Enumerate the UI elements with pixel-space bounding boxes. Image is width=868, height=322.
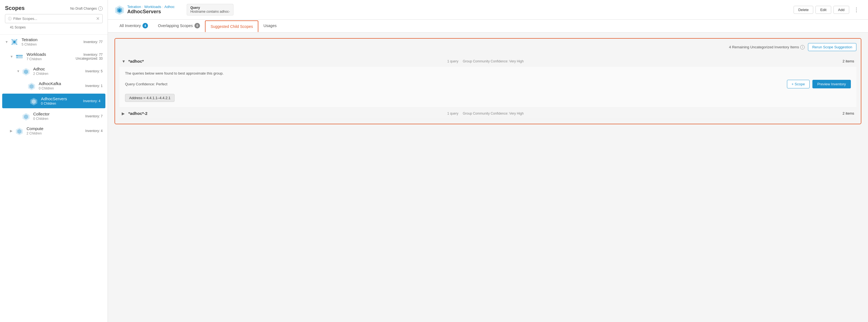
overlapping-scopes-badge: 0: [194, 23, 200, 29]
svg-rect-2: [13, 41, 15, 43]
chevron-down-icon[interactable]: ▼: [17, 69, 22, 73]
tetration-info: Tetration 5 Children: [22, 37, 84, 46]
scope-list: ▼ Tetration 5 Children Inventory: 77: [0, 35, 107, 322]
draft-notice: No Draft Changes i: [70, 6, 103, 11]
svg-point-10: [17, 57, 18, 58]
expand-icon[interactable]: ▶: [122, 111, 128, 116]
scope-search-input[interactable]: [13, 16, 96, 21]
adhoc-info: Adhoc 2 Children: [33, 67, 85, 76]
draft-info-icon[interactable]: i: [98, 6, 103, 11]
scope-icon-adhocservers: [29, 97, 38, 106]
adhockafka-inventory: Inventory: 1: [85, 84, 103, 88]
compute-info: Compute 2 Children: [27, 126, 85, 135]
svg-marker-12: [24, 70, 28, 74]
suggestion-meta-adhoc-star-2: 1 query Group Community Confidence: Very…: [447, 112, 524, 115]
breadcrumb-workloads[interactable]: Workloads: [145, 5, 161, 9]
search-bar: ⓘ ✕: [5, 14, 103, 23]
confidence-row: Query Confidence: Perfect + Scope Previe…: [125, 80, 851, 88]
remaining-items-text: 4 Remaining Uncategorized Inventory Item…: [729, 45, 805, 49]
rerun-scope-suggestion-button[interactable]: Rerun Scope Suggestion: [808, 43, 857, 51]
tab-overlapping-scopes[interactable]: Overlapping Scopes 0: [153, 20, 205, 32]
tetration-inventory: Inventory: 77: [84, 40, 103, 44]
chevron-down-icon[interactable]: ▼: [10, 55, 15, 59]
suggestion-name-adhoc-star-2: *adhoc*-2: [128, 111, 447, 116]
delete-button[interactable]: Delete: [794, 6, 813, 14]
items-count-adhoc-star-2: 2 items: [842, 111, 854, 115]
collector-children: 0 Children: [33, 117, 85, 121]
add-button[interactable]: Add: [833, 6, 849, 14]
chevron-down-icon[interactable]: ▼: [5, 40, 10, 44]
workloads-inventory: Inventory: 77 Uncategorized: 33: [76, 53, 103, 61]
scope-icon-collector: [22, 112, 30, 121]
sidebar-header: Scopes No Draft Changes i ⓘ ✕ 41 Scopes: [0, 0, 107, 35]
query-description: The queries below were found to best app…: [125, 71, 851, 75]
main-area: Tetration : Workloads : Adhoc AdhocServe…: [108, 0, 868, 322]
remaining-info-icon[interactable]: i: [800, 45, 805, 49]
suggestion-header: 4 Remaining Uncategorized Inventory Item…: [120, 43, 857, 51]
svg-marker-18: [24, 115, 28, 119]
suggestion-meta-adhoc-star: 1 query Group Community Confidence: Very…: [447, 59, 524, 63]
breadcrumb-tetration[interactable]: Tetration: [127, 5, 141, 9]
adhoc-inventory: Inventory: 5: [85, 69, 103, 73]
sidebar-item-adhockafka[interactable]: ▼ AdhocKafka 0 Children Inventory: 1: [0, 78, 107, 93]
all-inventory-badge: 4: [143, 23, 148, 29]
compute-inventory: Inventory: 4: [85, 129, 103, 133]
adhoc-children: 2 Children: [33, 72, 85, 76]
sidebar-item-tetration[interactable]: ▼ Tetration 5 Children Inventory: 77: [0, 35, 107, 49]
suggestion-expanded-adhoc-star: The queries below were found to best app…: [120, 67, 857, 107]
add-scope-button[interactable]: + Scope: [787, 80, 810, 88]
tab-all-inventory[interactable]: All Inventory 4: [115, 20, 153, 32]
scope-icon-compute: [15, 127, 24, 135]
tabs-bar: All Inventory 4 Overlapping Scopes 0 Sug…: [108, 20, 868, 33]
sidebar: Scopes No Draft Changes i ⓘ ✕ 41 Scopes …: [0, 0, 108, 322]
sidebar-item-adhoc[interactable]: ▼ Adhoc 2 Children Inventory: 5: [0, 64, 107, 78]
tab-suggested-child-scopes[interactable]: Suggested Child Scopes: [205, 21, 258, 32]
adhockafka-name: AdhocKafka: [39, 81, 85, 86]
compute-name: Compute: [27, 126, 85, 131]
adhockafka-children: 0 Children: [39, 86, 85, 90]
tetration-name: Tetration: [22, 37, 84, 42]
sidebar-title: Scopes: [5, 5, 25, 11]
confidence-label-2: Group Community Confidence: Very High: [463, 112, 524, 115]
sidebar-item-adhocservers[interactable]: ▼ AdhocServers 0 Children Inventory: 4: [2, 94, 105, 108]
preview-inventory-button[interactable]: Preview Inventory: [812, 80, 851, 88]
more-options-button[interactable]: ⋮: [851, 5, 861, 14]
adhocservers-info: AdhocServers 0 Children: [41, 96, 83, 106]
collector-name: Collector: [33, 112, 85, 116]
breadcrumb-adhoc[interactable]: Adhoc: [164, 5, 175, 9]
query-count-2: 1 query: [447, 112, 458, 115]
scope-header-icon: [115, 5, 124, 15]
svg-point-9: [17, 55, 18, 56]
tetration-children: 5 Children: [22, 42, 84, 46]
edit-button[interactable]: Edit: [815, 6, 831, 14]
query-value: Hostname contains adhoc-: [190, 10, 230, 13]
chevron-right-icon[interactable]: ▶: [10, 129, 15, 133]
sidebar-item-workloads[interactable]: ▼ Workloads 7 Children Inventory: 77 Unc…: [0, 49, 107, 64]
adhockafka-info: AdhocKafka 0 Children: [39, 81, 85, 90]
query-count: 1 query: [447, 59, 458, 63]
sidebar-item-collector[interactable]: ▼ Collector 0 Children Inventory: 7: [0, 109, 107, 123]
search-icon: ⓘ: [8, 16, 11, 21]
tab-usages[interactable]: Usages: [258, 20, 281, 32]
suggestion-item-adhoc-star-2-header[interactable]: ▶ *adhoc*-2 1 query Group Community Conf…: [120, 108, 857, 119]
collapse-icon[interactable]: ▼: [122, 59, 128, 64]
adhoc-name: Adhoc: [33, 67, 85, 71]
svg-marker-20: [18, 129, 21, 134]
adhocservers-inventory: Inventory: 4: [83, 99, 100, 103]
suggestion-container: 4 Remaining Uncategorized Inventory Item…: [115, 38, 861, 124]
breadcrumb: Tetration : Workloads : Adhoc: [127, 5, 175, 9]
clear-search-icon[interactable]: ✕: [96, 16, 100, 21]
adhocservers-name: AdhocServers: [41, 96, 83, 101]
sidebar-item-compute[interactable]: ▶ Compute 2 Children Inventory: 4: [0, 123, 107, 138]
workloads-info: Workloads 7 Children: [27, 52, 76, 61]
workloads-children: 7 Children: [27, 57, 76, 61]
adhocservers-children: 0 Children: [41, 102, 83, 106]
suggestion-name-adhoc-star: *adhoc*: [128, 59, 447, 64]
suggestion-item-adhoc-star: ▼ *adhoc* 1 query Group Community Confid…: [120, 56, 857, 108]
header-actions: Delete Edit Add ⋮: [794, 5, 861, 14]
query-tag: Address = 4.4.1.1–4.4.2.1: [125, 94, 175, 102]
header-scope-name: AdhocServers: [127, 9, 175, 15]
scope-icon-adhockafka: [27, 81, 36, 90]
query-block: Query Hostname contains adhoc-: [187, 4, 234, 15]
suggestion-item-adhoc-star-header[interactable]: ▼ *adhoc* 1 query Group Community Confid…: [120, 56, 857, 67]
